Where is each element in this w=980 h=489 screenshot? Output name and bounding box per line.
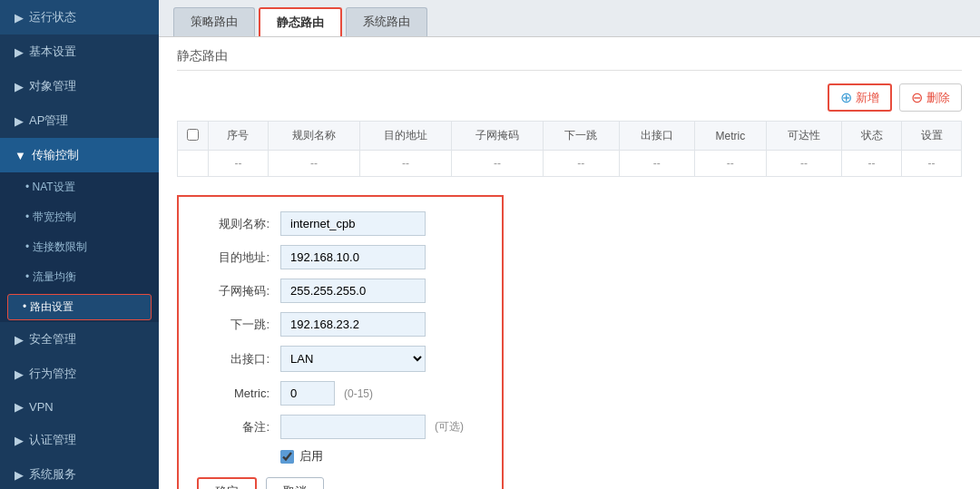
- arrow-icon: ▶: [15, 367, 24, 381]
- sub-item-label: • NAT设置: [25, 180, 75, 195]
- td-reachable: --: [766, 151, 841, 177]
- td-status: --: [842, 151, 902, 177]
- cancel-button[interactable]: 取消: [266, 477, 324, 489]
- table-row: -- -- -- -- -- -- -- -- -- --: [178, 151, 962, 177]
- sidebar-item-basic-settings[interactable]: ▶ 基本设置: [0, 34, 159, 69]
- form-row-next-hop: 下一跳:: [197, 312, 484, 337]
- td-next-hop: --: [544, 151, 619, 177]
- sidebar-item-sys-service[interactable]: ▶ 系统服务: [0, 457, 159, 489]
- sub-item-label: • 连接数限制: [25, 240, 87, 255]
- delete-button[interactable]: ⊖ 删除: [899, 83, 962, 112]
- confirm-button[interactable]: 确定: [197, 477, 257, 489]
- sidebar-item-label: 安全管理: [29, 331, 76, 347]
- arrow-icon: ▶: [15, 11, 24, 24]
- td-dest-addr: --: [359, 151, 451, 177]
- sidebar-item-object-mgmt[interactable]: ▶ 对象管理: [0, 69, 159, 103]
- arrow-icon: ▶: [15, 400, 24, 414]
- sidebar-item-security[interactable]: ▶ 安全管理: [0, 322, 159, 357]
- td-exit-port: --: [619, 151, 694, 177]
- sub-item-label: • 流量均衡: [25, 269, 76, 285]
- subnet-mask-input[interactable]: [280, 279, 426, 303]
- add-button[interactable]: ⊕ 新增: [828, 83, 892, 112]
- sidebar-item-label: 认证管理: [29, 432, 76, 448]
- tab-label: 静态路由: [277, 15, 324, 29]
- content-area: 静态路由 ⊕ 新增 ⊖ 删除 序号 规则名称 目的地址 子网掩码 下一跳: [159, 37, 980, 489]
- sidebar-item-label: 行为管控: [29, 366, 76, 382]
- td-subnet-mask: --: [452, 151, 544, 177]
- form-row-exit-port: 出接口: LAN WAN WAN2: [197, 346, 484, 372]
- tab-label: 系统路由: [363, 15, 410, 28]
- tab-static-route[interactable]: 静态路由: [259, 7, 342, 36]
- sidebar-sub-item-nat[interactable]: • NAT设置: [0, 172, 159, 202]
- sidebar-sub-item-connection-limit[interactable]: • 连接数限制: [0, 232, 159, 262]
- form-section: 规则名称: 目的地址: 子网掩码: 下一跳: 出接口: L: [177, 195, 504, 489]
- next-hop-input[interactable]: [280, 312, 426, 337]
- sidebar-item-behavior[interactable]: ▶ 行为管控: [0, 357, 159, 391]
- tab-policy-route[interactable]: 策略路由: [173, 7, 255, 36]
- th-reachable: 可达性: [766, 122, 841, 151]
- th-next-hop: 下一跳: [544, 122, 619, 151]
- arrow-icon: ▶: [15, 434, 24, 447]
- arrow-icon: ▶: [15, 80, 24, 93]
- delete-label: 删除: [926, 90, 950, 106]
- th-checkbox: [178, 122, 209, 151]
- th-dest-addr: 目的地址: [359, 122, 451, 151]
- next-hop-label: 下一跳:: [197, 317, 270, 333]
- sidebar-item-auth[interactable]: ▶ 认证管理: [0, 423, 159, 457]
- form-row-dest-addr: 目的地址:: [197, 245, 484, 269]
- sidebar: ▶ 运行状态 ▶ 基本设置 ▶ 对象管理 ▶ AP管理 ▼ 传输控制 • NAT…: [0, 0, 159, 489]
- arrow-icon: ▶: [15, 45, 24, 59]
- enable-checkbox[interactable]: [280, 450, 294, 464]
- arrow-icon: ▶: [15, 468, 24, 482]
- dest-addr-label: 目的地址:: [197, 249, 270, 266]
- sidebar-item-label: VPN: [29, 400, 54, 414]
- tab-system-route[interactable]: 系统路由: [346, 7, 427, 36]
- th-seq: 序号: [209, 122, 269, 151]
- th-subnet-mask: 子网掩码: [452, 122, 544, 151]
- minus-icon: ⊖: [911, 89, 923, 106]
- plus-icon: ⊕: [840, 89, 852, 106]
- sidebar-sub-item-bandwidth[interactable]: • 带宽控制: [0, 202, 159, 232]
- sidebar-item-vpn[interactable]: ▶ VPN: [0, 391, 159, 423]
- dest-addr-input[interactable]: [280, 245, 426, 269]
- sidebar-item-run-status[interactable]: ▶ 运行状态: [0, 0, 159, 34]
- action-row: 确定 取消: [197, 477, 484, 489]
- rule-name-input[interactable]: [280, 211, 426, 236]
- td-metric: --: [695, 151, 767, 177]
- th-exit-port: 出接口: [619, 122, 694, 151]
- rule-name-label: 规则名称:: [197, 216, 270, 232]
- select-all-checkbox[interactable]: [187, 129, 199, 141]
- note-label: 备注:: [197, 419, 270, 435]
- exit-port-label: 出接口:: [197, 351, 270, 367]
- sidebar-sub-item-traffic-balance[interactable]: • 流量均衡: [0, 262, 159, 292]
- th-status: 状态: [842, 122, 902, 151]
- main-content: 策略路由 静态路由 系统路由 静态路由 ⊕ 新增 ⊖ 删除: [159, 0, 980, 489]
- static-route-table: 序号 规则名称 目的地址 子网掩码 下一跳 出接口 Metric 可达性 状态 …: [177, 121, 962, 177]
- toolbar: ⊕ 新增 ⊖ 删除: [177, 83, 962, 112]
- td-settings: --: [902, 151, 962, 177]
- form-row-subnet-mask: 子网掩码:: [197, 279, 484, 303]
- note-input[interactable]: [280, 415, 426, 439]
- enable-label: 启用: [299, 448, 323, 465]
- exit-port-select[interactable]: LAN WAN WAN2: [280, 346, 426, 372]
- sidebar-item-label: 对象管理: [29, 78, 76, 94]
- sub-item-label: • 带宽控制: [25, 210, 76, 225]
- form-row-rule-name: 规则名称:: [197, 211, 484, 236]
- sub-item-label: • 路由设置: [23, 299, 74, 315]
- sidebar-item-ap-mgmt[interactable]: ▶ AP管理: [0, 103, 159, 138]
- metric-input[interactable]: [280, 381, 335, 406]
- sidebar-item-label: 系统服务: [29, 466, 76, 483]
- sidebar-sub-item-route-settings[interactable]: • 路由设置: [7, 294, 152, 320]
- th-settings: 设置: [902, 122, 962, 151]
- note-hint: (可选): [435, 419, 464, 435]
- arrow-icon: ▶: [15, 114, 24, 128]
- sidebar-sub-transmission: • NAT设置 • 带宽控制 • 连接数限制 • 流量均衡 • 路由设置: [0, 172, 159, 322]
- add-label: 新增: [856, 90, 879, 106]
- enable-row: 启用: [280, 448, 484, 465]
- metric-hint: (0-15): [344, 387, 373, 400]
- sidebar-item-label: 传输控制: [32, 147, 79, 163]
- tab-label: 策略路由: [191, 15, 238, 28]
- sidebar-item-transmission[interactable]: ▼ 传输控制: [0, 138, 159, 172]
- metric-label: Metric:: [197, 386, 270, 400]
- td-checkbox: [178, 151, 209, 177]
